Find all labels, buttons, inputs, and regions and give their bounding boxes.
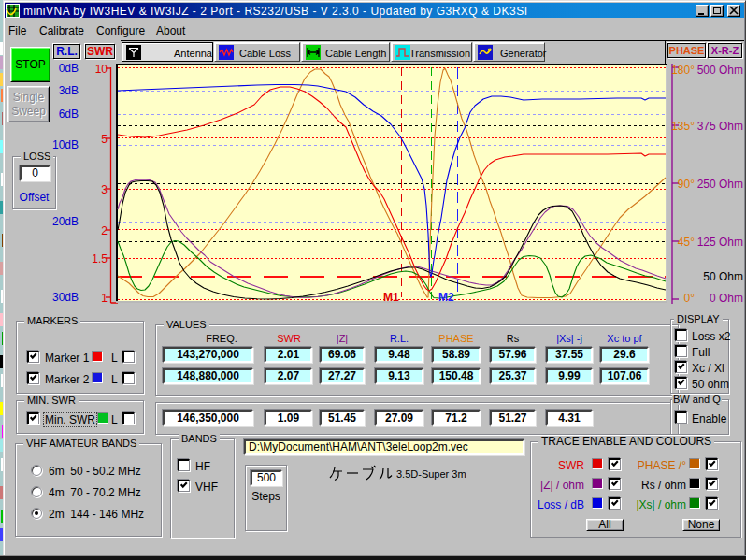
svg-text:3.5D-Super 3m: 3.5D-Super 3m <box>396 468 466 480</box>
svg-text:M2: M2 <box>438 291 454 304</box>
svg-text:M1: M1 <box>383 291 399 304</box>
